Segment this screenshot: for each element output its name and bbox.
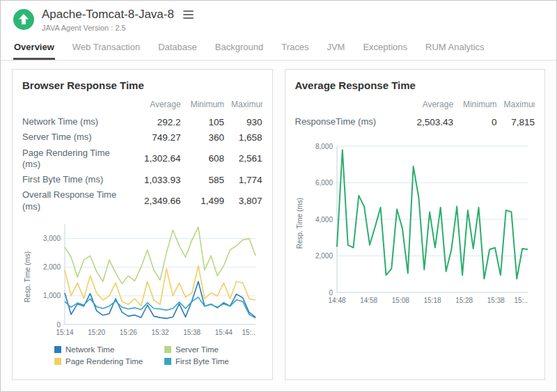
tab-database[interactable]: Database [157, 36, 198, 60]
dashboard-content: Browser Response Time Average Minimum Ma… [1, 61, 556, 391]
y-axis-label: Resp. Time (ms) [22, 217, 33, 337]
tick-label: 2,000 [42, 263, 60, 271]
legend-label: Network Time [65, 345, 114, 354]
browser-metrics-table: Average Minimum Maximum Network Time (ms… [22, 97, 262, 214]
tick-label: 4,000 [315, 216, 333, 224]
table-row: Network Time (ms) 292.2 105 930 [22, 114, 262, 130]
agent-version-label: JAVA Agent Version : 2.5 [42, 24, 194, 32]
series-server-time [65, 227, 256, 284]
app-header: Apache-Tomcat-8-Java-8 JAVA Agent Versio… [1, 1, 556, 33]
metric-maximum: 930 [224, 114, 262, 130]
metric-maximum: 2,561 [224, 146, 262, 173]
tick-label: 15:20 [88, 329, 105, 336]
table-row: Server Time (ms) 749.27 360 1,658 [22, 130, 262, 145]
table-row: Page Rendering Time (ms) 1,302.64 608 2,… [22, 146, 262, 173]
legend-item[interactable]: First Byte Time [164, 357, 262, 366]
tick-label: 1,000 [42, 292, 60, 299]
tick-label: 15:28 [455, 297, 473, 304]
tick-label: 15:18 [423, 297, 441, 304]
column-header-maximum: Maximum [224, 97, 262, 114]
tab-exceptions[interactable]: Exceptions [362, 36, 408, 60]
tick-label: 14:48 [328, 297, 345, 304]
legend-item[interactable]: Page Rendering Time [54, 357, 157, 366]
column-header-average: Average [400, 97, 454, 114]
metric-average: 1,302.64 [127, 146, 181, 173]
average-response-time-chart: 02,0004,0006,0008,00014:4814:5815:0815:1… [305, 141, 535, 305]
column-header-minimum: Minimum [181, 97, 224, 114]
hamburger-menu-icon[interactable] [182, 8, 194, 21]
tick-label: 15:.. [515, 297, 528, 304]
series-network-time [65, 281, 256, 318]
tab-web-transaction[interactable]: Web Transaction [72, 36, 141, 60]
legend-item[interactable]: Network Time [54, 345, 157, 354]
metric-label: Server Time (ms) [22, 130, 127, 145]
legend-swatch [164, 358, 171, 365]
legend-label: Page Rendering Time [65, 357, 143, 366]
legend-swatch [164, 346, 171, 353]
tick-label: 15:08 [392, 297, 409, 304]
average-metrics-table: Average Minimum Maximum ResponseTime (ms… [295, 97, 535, 130]
metrics-corner-cell [22, 97, 127, 114]
metric-average: 2,503.43 [400, 114, 454, 130]
tick-label: 15:38 [183, 329, 201, 336]
tick-label: 0 [56, 320, 61, 328]
browser-chart-area: Resp. Time (ms) 01,0002,0003,00015:1415:… [22, 217, 262, 337]
metric-average: 2,349.66 [127, 187, 181, 214]
legend-label: First Byte Time [175, 357, 229, 366]
tick-label: 15:14 [56, 329, 73, 336]
tab-rum-analytics[interactable]: RUM Analytics [425, 36, 485, 60]
metric-average: 1,033.93 [127, 172, 181, 187]
metric-label: ResponseTime (ms) [295, 114, 400, 130]
series-responsetime [337, 150, 528, 279]
page-title: Apache-Tomcat-8-Java-8 [42, 8, 174, 22]
tick-label: 15:26 [119, 329, 136, 336]
column-header-maximum: Maximum [497, 97, 535, 114]
tick-label: 3,000 [42, 235, 60, 242]
metric-minimum: 585 [181, 172, 224, 187]
tab-jvm[interactable]: JVM [326, 36, 345, 60]
tick-label: 15:.. [242, 329, 255, 336]
legend-swatch [54, 346, 61, 353]
monitor-status-icon [13, 9, 34, 30]
metric-label: Page Rendering Time (ms) [22, 146, 127, 173]
metric-minimum: 608 [181, 146, 224, 173]
table-row: First Byte Time (ms) 1,033.93 585 1,774 [22, 172, 262, 187]
table-row: ResponseTime (ms) 2,503.43 0 7,815 [295, 114, 535, 130]
chart-legend: Network TimeServer TimePage Rendering Ti… [54, 345, 262, 366]
browser-response-time-chart: 01,0002,0003,00015:1415:2015:2615:3215:3… [33, 219, 262, 337]
panel-title: Average Response Time [295, 79, 535, 91]
legend-label: Server Time [175, 345, 219, 354]
y-axis-label: Resp. Time (ms) [295, 141, 306, 305]
metrics-corner-cell [295, 97, 400, 114]
tab-traces[interactable]: Traces [281, 36, 309, 60]
series-first-byte-time [65, 297, 256, 318]
tab-overview[interactable]: Overview [13, 36, 55, 60]
metric-average: 292.2 [127, 114, 181, 130]
average-response-time-panel: Average Response Time Average Minimum Ma… [285, 69, 546, 380]
tick-label: 6,000 [315, 179, 333, 187]
legend-swatch [54, 358, 61, 365]
tick-label: 8,000 [315, 143, 333, 150]
panel-title: Browser Response Time [22, 79, 262, 91]
tick-label: 15:38 [487, 297, 505, 304]
metric-minimum: 360 [181, 130, 224, 145]
metric-minimum: 105 [181, 114, 224, 130]
tick-label: 15:32 [151, 329, 168, 336]
metric-maximum: 7,815 [497, 114, 535, 130]
series-page-rendering-time [65, 265, 256, 306]
metric-label: Overall Response Time (ms) [22, 187, 127, 214]
column-header-minimum: Minimum [453, 97, 496, 114]
metric-minimum: 0 [453, 114, 496, 130]
tick-label: 2,000 [315, 252, 333, 260]
browser-response-time-svg: 01,0002,0003,00015:1415:2015:2615:3215:3… [33, 219, 262, 337]
browser-response-time-panel: Browser Response Time Average Minimum Ma… [12, 69, 273, 380]
legend-item[interactable]: Server Time [164, 345, 262, 354]
tab-background[interactable]: Background [214, 36, 264, 60]
tick-label: 0 [329, 289, 333, 297]
metric-maximum: 1,774 [224, 172, 262, 187]
metric-minimum: 1,499 [181, 187, 224, 214]
tick-label: 15:44 [214, 329, 232, 336]
metric-label: Network Time (ms) [22, 114, 127, 130]
table-row: Overall Response Time (ms) 2,349.66 1,49… [22, 187, 262, 214]
tab-bar: Overview Web Transaction Database Backgr… [1, 36, 556, 61]
